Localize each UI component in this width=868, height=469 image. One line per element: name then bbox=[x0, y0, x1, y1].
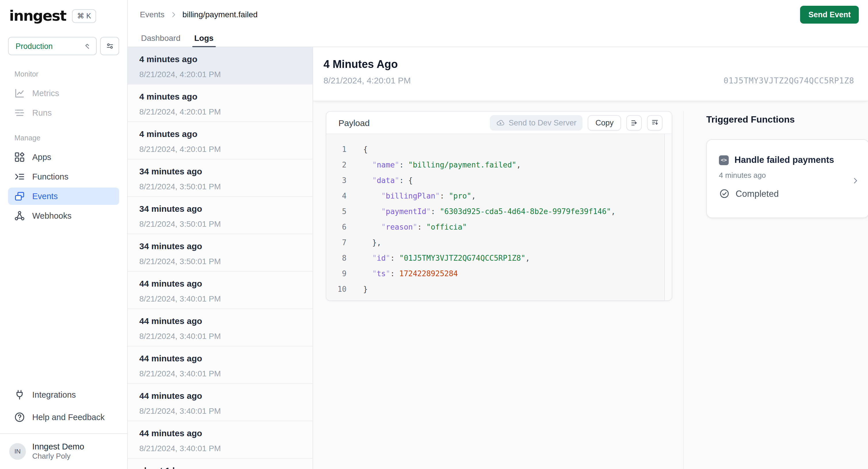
code-line: 1{ bbox=[327, 142, 672, 157]
sidebar-item-events[interactable]: Events bbox=[8, 188, 119, 205]
function-code-icon: <> bbox=[719, 155, 729, 165]
chevron-up-down-icon bbox=[83, 42, 92, 50]
sidebar-item-webhooks[interactable]: Webhooks bbox=[8, 207, 119, 224]
event-list-item-title: 44 minutes ago bbox=[139, 315, 301, 326]
line-number: 5 bbox=[327, 204, 346, 219]
triggered-functions-panel: Triggered Functions <> Handle failed pay… bbox=[706, 111, 868, 218]
event-list-item-timestamp: 8/21/2024, 4:20:01 PM bbox=[139, 144, 301, 154]
code-line: 7 }, bbox=[327, 235, 672, 250]
tab-dashboard[interactable]: Dashboard bbox=[140, 29, 182, 46]
event-list-item-timestamp: 8/21/2024, 3:40:01 PM bbox=[139, 443, 301, 454]
event-list-item-title: 44 minutes ago bbox=[139, 353, 301, 364]
content: 4 minutes ago8/21/2024, 4:20:01 PM4 minu… bbox=[128, 47, 868, 469]
sidebar-item-integrations[interactable]: Integrations bbox=[8, 386, 119, 403]
triggered-function-card[interactable]: <> Handle failed payments 4 minutes ago bbox=[706, 139, 868, 218]
event-list-item[interactable]: 34 minutes ago8/21/2024, 3:50:01 PM bbox=[128, 159, 313, 197]
code-line: 2 "name": "billing/payment.failed", bbox=[327, 157, 672, 173]
event-list-item-timestamp: 8/21/2024, 3:40:01 PM bbox=[139, 293, 301, 304]
event-list-item[interactable]: 4 minutes ago8/21/2024, 4:20:01 PM bbox=[128, 122, 313, 159]
tabs: Dashboard Logs bbox=[128, 29, 868, 47]
event-list-item[interactable]: about 1 hour ago bbox=[128, 459, 313, 469]
sidebar-item-label: Functions bbox=[32, 172, 68, 181]
chart-line-icon bbox=[14, 88, 25, 99]
sidebar-item-label: Help and Feedback bbox=[32, 413, 105, 422]
sidebar-item-help-and-feedback[interactable]: Help and Feedback bbox=[8, 409, 119, 426]
event-detail-pane: 4 Minutes Ago 8/21/2024, 4:20:01 PM 01J5… bbox=[313, 47, 868, 469]
function-name: Handle failed payments bbox=[735, 155, 834, 165]
expand-lines-button[interactable] bbox=[647, 115, 662, 130]
event-list-item-title: 44 minutes ago bbox=[139, 278, 301, 289]
nav-section-label-monitor: Monitor bbox=[14, 70, 119, 78]
event-list-item-timestamp: 8/21/2024, 3:50:01 PM bbox=[139, 256, 301, 267]
payload-title: Payload bbox=[338, 118, 484, 127]
user-subtitle: Charly Poly bbox=[32, 452, 84, 461]
event-list-item-timestamp: 8/21/2024, 3:50:01 PM bbox=[139, 181, 301, 192]
line-number: 4 bbox=[327, 188, 346, 204]
event-list-item-timestamp: 8/21/2024, 3:50:01 PM bbox=[139, 219, 301, 229]
event-list-item[interactable]: 44 minutes ago8/21/2024, 3:40:01 PM bbox=[128, 346, 313, 384]
events-icon bbox=[14, 190, 25, 202]
event-list-item[interactable]: 4 minutes ago8/21/2024, 4:20:01 PM bbox=[128, 47, 313, 85]
payload-code-editor[interactable]: 1{2 "name": "billing/payment.failed",3 "… bbox=[327, 133, 672, 301]
function-run-time: 4 minutes ago bbox=[719, 171, 859, 180]
sidebar-item-label: Webhooks bbox=[32, 211, 72, 220]
line-number: 8 bbox=[327, 250, 346, 266]
code-line: 8 "id": "01J5TMY3VJTZ2QG74QCC5RP1Z8", bbox=[327, 250, 672, 266]
event-list-item[interactable]: 4 minutes ago8/21/2024, 4:20:01 PM bbox=[128, 85, 313, 122]
environment-settings-button[interactable] bbox=[100, 37, 119, 55]
event-list-item-title: 44 minutes ago bbox=[139, 390, 301, 401]
event-list-item[interactable]: 44 minutes ago8/21/2024, 3:40:01 PM bbox=[128, 309, 313, 346]
event-list-item-title: about 1 hour ago bbox=[139, 465, 301, 469]
send-event-button[interactable]: Send Event bbox=[800, 5, 859, 23]
event-list-item[interactable]: 34 minutes ago8/21/2024, 3:50:01 PM bbox=[128, 234, 313, 272]
user-menu[interactable]: IN Inngest Demo Charly Poly bbox=[0, 434, 127, 469]
functions-icon bbox=[14, 171, 25, 182]
line-number: 6 bbox=[327, 219, 346, 235]
workspace-row: Production bbox=[0, 37, 127, 55]
event-list-item-title: 4 minutes ago bbox=[139, 54, 301, 64]
event-list-item-timestamp: 8/21/2024, 3:40:01 PM bbox=[139, 406, 301, 416]
sidebar-item-apps[interactable]: Apps bbox=[8, 149, 119, 166]
sidebar-item-label: Integrations bbox=[32, 390, 76, 399]
event-list-item[interactable]: 44 minutes ago8/21/2024, 3:40:01 PM bbox=[128, 421, 313, 459]
code-scrollbar[interactable] bbox=[664, 134, 672, 301]
runs-icon bbox=[14, 107, 25, 119]
command-k-shortcut-badge[interactable]: ⌘ K bbox=[72, 9, 96, 23]
check-circle-icon bbox=[719, 188, 730, 199]
logo-row: inngest ⌘ K bbox=[0, 0, 127, 24]
event-id: 01J5TMY3VJTZ2QG74QCC5RP1Z8 bbox=[723, 76, 854, 85]
sidebar-item-metrics[interactable]: Metrics bbox=[8, 85, 119, 102]
event-list-item[interactable]: 44 minutes ago8/21/2024, 3:40:01 PM bbox=[128, 272, 313, 309]
copy-button[interactable]: Copy bbox=[588, 115, 621, 130]
tab-logs[interactable]: Logs bbox=[193, 29, 215, 46]
plug-icon bbox=[14, 389, 25, 401]
event-list-item[interactable]: 34 minutes ago8/21/2024, 3:50:01 PM bbox=[128, 197, 313, 234]
nav-section-label-manage: Manage bbox=[14, 134, 119, 142]
payload-card: Payload Send to Dev Server Copy bbox=[326, 111, 672, 301]
function-status: Completed bbox=[719, 188, 859, 199]
code-line: 6 "reason": "officia" bbox=[327, 219, 672, 235]
event-list-item-title: 34 minutes ago bbox=[139, 166, 301, 177]
sidebar-nav: Monitor MetricsRuns Manage AppsFunctions… bbox=[0, 55, 127, 227]
event-list-item-timestamp: 8/21/2024, 3:40:01 PM bbox=[139, 368, 301, 379]
environment-select[interactable]: Production bbox=[8, 37, 97, 55]
app-window: inngest ⌘ K Production Monitor MetricsRu… bbox=[0, 0, 868, 469]
avatar: IN bbox=[9, 443, 26, 460]
cloud-download-icon bbox=[496, 118, 504, 127]
breadcrumb: Events billing/payment.failed bbox=[140, 10, 257, 19]
event-detail-header: 4 Minutes Ago 8/21/2024, 4:20:01 PM 01J5… bbox=[313, 47, 868, 101]
event-list-item[interactable]: 44 minutes ago8/21/2024, 3:40:01 PM bbox=[128, 384, 313, 421]
breadcrumb-events-link[interactable]: Events bbox=[140, 10, 165, 19]
environment-select-value: Production bbox=[16, 42, 53, 50]
align-arrow-down-icon bbox=[651, 118, 660, 127]
line-number: 2 bbox=[327, 157, 346, 173]
sidebar-item-functions[interactable]: Functions bbox=[8, 168, 119, 185]
sidebar: inngest ⌘ K Production Monitor MetricsRu… bbox=[0, 0, 128, 469]
event-list-item-title: 44 minutes ago bbox=[139, 428, 301, 438]
event-list-item-title: 34 minutes ago bbox=[139, 241, 301, 251]
function-status-label: Completed bbox=[736, 188, 779, 199]
sidebar-item-runs[interactable]: Runs bbox=[8, 104, 119, 121]
send-to-dev-server-button[interactable]: Send to Dev Server bbox=[490, 115, 583, 130]
sidebar-item-label: Metrics bbox=[32, 89, 59, 98]
word-wrap-button[interactable] bbox=[626, 115, 642, 130]
